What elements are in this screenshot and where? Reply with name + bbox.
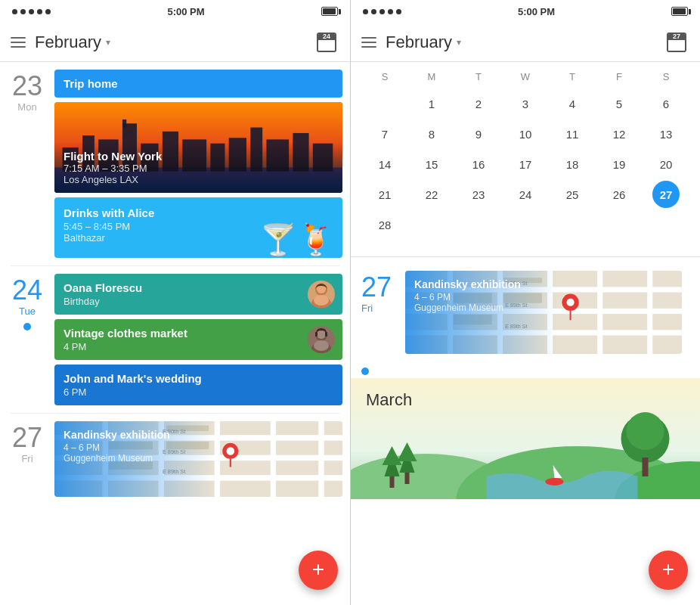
cal-day-11[interactable]: 11 (549, 119, 596, 149)
cal-day-21[interactable]: 21 (361, 179, 408, 209)
cal-day-13[interactable]: 13 (643, 119, 689, 149)
event-kandinsky-2[interactable]: E 90th St E 89th St E 89th St Kandinsky … (405, 271, 682, 354)
dropdown-arrow-2: ▾ (457, 37, 461, 48)
svg-rect-73 (405, 473, 410, 484)
battery-1 (321, 7, 338, 16)
fab-2[interactable]: + (649, 551, 688, 590)
app-header-1: February ▾ 24 (0, 23, 350, 62)
scroll-content-1[interactable]: 23 Mon Trip home (0, 62, 350, 605)
svg-rect-70 (390, 476, 395, 488)
calendar-icon-btn-2[interactable]: 27 (664, 29, 689, 55)
dropdown-arrow-1: ▾ (106, 37, 110, 48)
day-events-24: Oana Florescu Birthday (54, 274, 350, 405)
cal-day-10[interactable]: 10 (502, 119, 549, 149)
flight-overlay: Flight to New York 7:15 AM – 3:35 PM Los… (54, 142, 342, 193)
phone-2: 5:00 PM February ▾ 27 S M (350, 0, 700, 605)
day-label-24: 24 Tue (0, 274, 54, 405)
day-section-24: 24 Tue Oana Florescu Birthday (0, 266, 350, 413)
cal-day-4[interactable]: 4 (549, 88, 596, 119)
calendar-grid: S M T W T F S 0 1 2 3 4 5 6 7 8 9 (351, 62, 700, 250)
cal-day-17[interactable]: 17 (502, 149, 549, 179)
map-overlay-2: Kandinsky exhibition 4 – 6 PM Guggenheim… (405, 271, 682, 354)
calendar-icon-1: 24 (317, 33, 336, 52)
app-header-2: February ▾ 27 (351, 23, 700, 62)
cal-day-16[interactable]: 16 (455, 149, 502, 179)
cal-day-14[interactable]: 14 (361, 149, 408, 179)
cal-day-8[interactable]: 8 (408, 119, 455, 149)
status-bar-2: 5:00 PM (351, 0, 700, 23)
cal-day-22[interactable]: 22 (408, 179, 455, 209)
calendar-days: 0 1 2 3 4 5 6 7 8 9 10 11 12 13 14 15 16… (361, 88, 689, 240)
cal-day-9[interactable]: 9 (455, 119, 502, 149)
cal-day-18[interactable]: 18 (549, 149, 596, 179)
march-section: March (351, 378, 700, 499)
day-label-2-27: 27 Fri (361, 271, 405, 354)
cal-day-12[interactable]: 12 (596, 119, 643, 149)
map-overlay-1: Kandinsky exhibition 4 – 6 PM Guggenheim… (54, 421, 342, 497)
cal-day-7[interactable]: 7 (361, 119, 408, 149)
avatar-oana (308, 281, 335, 308)
fab-1[interactable]: + (299, 551, 338, 590)
calendar-icon-2: 27 (667, 33, 686, 52)
day-events-23: Trip home (54, 70, 350, 258)
svg-rect-76 (643, 458, 649, 476)
cal-day-28[interactable]: 28 (361, 209, 408, 240)
svg-point-75 (627, 412, 664, 450)
cal-day-27-selected[interactable]: 27 (643, 179, 689, 209)
day-section-27: 27 Fri (0, 414, 350, 504)
plus-icon-2: + (662, 559, 674, 580)
day-section-23: 23 Mon Trip home (0, 62, 350, 265)
avatar-vintage (308, 326, 335, 353)
cal-day-5[interactable]: 5 (596, 88, 643, 119)
cal-day-23[interactable]: 23 (455, 179, 502, 209)
cal-day-2[interactable]: 2 (455, 88, 502, 119)
event-section-27: 27 Fri (351, 263, 700, 361)
cal-day-15[interactable]: 15 (408, 149, 455, 179)
calendar-divider (351, 256, 700, 257)
svg-rect-24 (315, 332, 317, 337)
scroll-indicator-dot (361, 368, 369, 375)
cocktail-icon: 🍸🍹 (259, 222, 335, 258)
hamburger-menu-1[interactable] (11, 37, 26, 48)
day-label-27: 27 Fri (0, 421, 54, 497)
event-wedding[interactable]: John and Mark's wedding 6 PM (54, 365, 342, 405)
calendar-weekdays: S M T W T F S (361, 68, 689, 85)
cal-day-empty: 0 (361, 88, 408, 119)
status-time-2: 5:00 PM (518, 6, 555, 17)
cal-day-26[interactable]: 26 (596, 179, 643, 209)
event-vintage[interactable]: Vintage clothes market 4 PM (54, 319, 342, 360)
cal-day-1[interactable]: 1 (408, 88, 455, 119)
day-events-27: E 90th St E 89th St E 89th St Kandinsky … (54, 421, 350, 497)
cal-day-19[interactable]: 19 (596, 149, 643, 179)
events-27-col: E 90th St E 89th St E 89th St Kandinsky … (405, 271, 689, 354)
march-title: March (366, 390, 412, 410)
svg-rect-25 (325, 332, 327, 337)
svg-point-23 (314, 340, 329, 351)
cal-day-6[interactable]: 6 (643, 88, 689, 119)
cal-day-20[interactable]: 20 (643, 149, 689, 179)
event-oana[interactable]: Oana Florescu Birthday (54, 274, 342, 315)
event-drinks[interactable]: Drinks with Alice 5:45 – 8:45 PM Balthaz… (54, 197, 342, 258)
hamburger-menu-2[interactable] (361, 37, 376, 48)
day-label-23: 23 Mon (0, 70, 54, 258)
event-flight[interactable]: Flight to New York 7:15 AM – 3:35 PM Los… (54, 102, 342, 193)
status-bar-1: 5:00 PM (0, 0, 350, 23)
svg-point-19 (314, 295, 329, 306)
event-trip-home[interactable]: Trip home (54, 70, 342, 98)
cal-day-24[interactable]: 24 (502, 179, 549, 209)
calendar-icon-btn-1[interactable]: 24 (314, 29, 339, 55)
status-time-1: 5:00 PM (167, 6, 204, 17)
plus-icon-1: + (312, 559, 324, 580)
signal-dots-2 (363, 9, 401, 14)
svg-rect-6 (122, 119, 126, 128)
phone-1: 5:00 PM February ▾ 24 (0, 0, 350, 605)
signal-dots (12, 9, 51, 14)
svg-point-77 (546, 478, 564, 486)
cal-day-25[interactable]: 25 (549, 179, 596, 209)
header-title-2[interactable]: February ▾ (386, 33, 664, 52)
cal-day-3[interactable]: 3 (502, 88, 549, 119)
event-kandinsky-1[interactable]: E 90th St E 89th St E 89th St Kandinsky … (54, 421, 342, 497)
header-title-1[interactable]: February ▾ (35, 33, 314, 52)
battery-2 (671, 7, 688, 16)
